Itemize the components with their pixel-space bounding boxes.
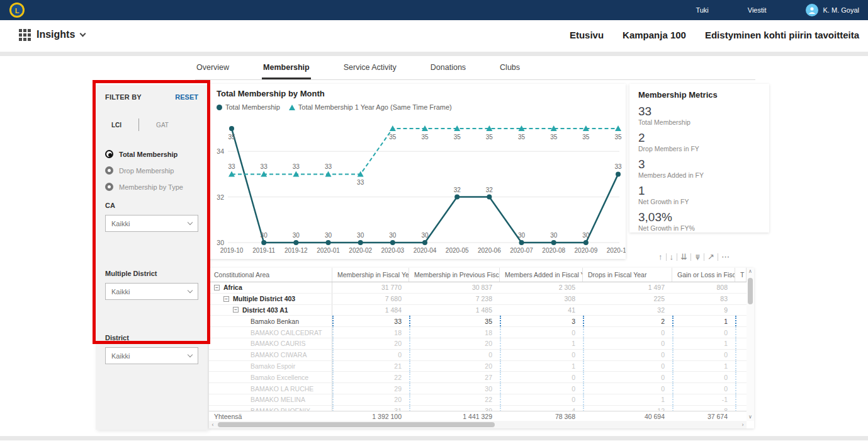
user-menu[interactable]: K. M. Goyal [806, 4, 859, 16]
row-value-cell: 1 [500, 338, 583, 349]
radio-drop-membership[interactable]: Drop Membership [105, 166, 198, 175]
app-nav-kampanja-100[interactable]: Kampanja 100 [623, 30, 686, 40]
row-value-cell: 0 [500, 394, 583, 405]
column-header-gain-or-loss-in-fiscal-year[interactable]: Gain or Loss in Fiscal Year [672, 268, 735, 282]
toggle-gat[interactable]: GAT [156, 122, 169, 129]
metric-label: Members Added in FY [638, 171, 760, 180]
dropdown-label: District [105, 334, 198, 342]
svg-text:32: 32 [486, 187, 493, 193]
chart-title: Total Membership by Month [217, 89, 626, 98]
column-header-members-added-in-fiscal-year[interactable]: Members Added in Fiscal Year [500, 268, 583, 282]
topnav-viestit[interactable]: Viestit [748, 6, 767, 14]
svg-text:33: 33 [614, 163, 622, 170]
app-nav-etusivu[interactable]: Etusivu [570, 30, 604, 40]
table-visual-toolbar: ↑↓⇊⋔↗⋯ [658, 251, 730, 263]
table-row-bamako-melina[interactable]: BAMAKO MELINA202201-1 [209, 394, 754, 406]
row-value-cell: 20 [332, 394, 409, 405]
tab-membership[interactable]: Membership [262, 60, 311, 79]
metric-label: Net Growth in FY [638, 198, 760, 206]
row-value-cell: 0 [332, 350, 409, 360]
scroll-up-icon[interactable]: ∧ [747, 268, 754, 275]
tab-overview[interactable]: Overview [195, 60, 230, 79]
radio-total-membership[interactable]: Total Membership [105, 150, 198, 158]
drill-down-icon[interactable]: ↓ [670, 251, 674, 263]
row-value-cell: 1 [672, 338, 735, 349]
scroll-down-icon[interactable]: ∨ [747, 413, 754, 421]
table-row-bamako-excellence[interactable]: Bamako Excellence2227000 [209, 372, 754, 383]
app-nav-edistyminen-kohti-piirin-tavoitteita[interactable]: Edistyminen kohti piirin tavoitteita [705, 30, 859, 40]
drill-hierarchy-icon[interactable]: ⋔ [694, 251, 701, 263]
svg-text:2020-03: 2020-03 [381, 247, 404, 254]
svg-text:2019-12: 2019-12 [285, 247, 308, 254]
table-row-bamako-cailcedrat[interactable]: BAMAKO CAILCEDRAT1818000 [209, 327, 754, 338]
table-row-bamako-la-ruche[interactable]: BAMAKO LA RUCHE2930000 [209, 383, 754, 394]
total-value-cell: 1 441 329 [409, 411, 500, 421]
vertical-scroll-thumb[interactable] [748, 278, 753, 304]
toggle-lci[interactable]: LCI [111, 122, 121, 129]
table-row-district-403-a1[interactable]: −District 403 A11 4841 48541329 [209, 305, 754, 316]
table-row-bamako-ciwara[interactable]: BAMAKO CIWARA00000 [209, 350, 754, 361]
row-value-cell: 0 [583, 338, 672, 349]
table-row-africa[interactable]: −Africa31 77030 8372 3051 497808 [209, 282, 754, 294]
row-value-cell: 7 238 [409, 294, 500, 304]
scroll-right-icon[interactable]: › [739, 422, 747, 428]
table-row-bamako-espoir[interactable]: Bamako Espoir2120101 [209, 361, 754, 372]
membership-radio-group: Total MembershipDrop MembershipMembershi… [105, 150, 198, 191]
column-header-constitutional-area[interactable]: Constitutional Area [209, 268, 332, 282]
metric-value: 2 [638, 131, 760, 145]
collapse-expander-icon[interactable]: − [223, 296, 229, 302]
row-value-cell: 2 [583, 316, 672, 326]
collapse-expander-icon[interactable]: − [214, 285, 220, 290]
more-options-icon[interactable]: ⋯ [721, 251, 730, 263]
row-value-cell: 21 [332, 361, 409, 372]
column-header-t[interactable]: T [735, 268, 747, 282]
svg-text:2020-02: 2020-02 [349, 247, 372, 254]
scroll-left-icon[interactable]: ‹ [209, 422, 217, 428]
tab-clubs[interactable]: Clubs [499, 60, 521, 79]
radio-icon [105, 150, 113, 158]
svg-text:30: 30 [357, 232, 364, 239]
chevron-down-icon [80, 30, 86, 37]
row-value-cell: 1 497 [583, 282, 672, 293]
svg-text:30: 30 [293, 232, 300, 239]
row-value-cell: 20 [332, 338, 409, 349]
expand-all-icon[interactable]: ⇊ [680, 251, 687, 263]
row-value-cell: 0 [672, 383, 735, 394]
top-divider-strip [0, 52, 868, 56]
dropdown-value: Kaikki [111, 288, 130, 296]
row-value-cell: 1 [672, 316, 735, 326]
table-row-multiple-district-403[interactable]: −Multiple District 4037 6807 23830822583 [209, 294, 754, 305]
column-header-drops-in-fiscal-year[interactable]: Drops in Fiscal Year [583, 268, 672, 282]
column-header-membership-in-previous-fiscal-year[interactable]: Membership in Previous Fiscal Year [409, 268, 500, 282]
svg-text:33: 33 [228, 163, 235, 170]
drill-up-icon[interactable]: ↑ [658, 251, 663, 263]
table-row-bamako-benkan[interactable]: Bamako Benkan3335321 [209, 316, 754, 327]
tab-donations[interactable]: Donations [429, 60, 467, 79]
svg-text:35: 35 [550, 134, 558, 141]
row-value-cell: 1 [672, 361, 735, 372]
dropdown-value: Kaikki [111, 352, 130, 360]
vertical-scrollbar[interactable]: ∧ ∨ [747, 268, 754, 421]
reset-button[interactable]: RESET [175, 93, 198, 101]
radio-icon [105, 183, 113, 191]
tab-service-activity[interactable]: Service Activity [342, 60, 398, 79]
app-menu-button[interactable]: Insights [19, 29, 85, 41]
radio-membership-by-type[interactable]: Membership by Type [105, 183, 198, 191]
row-value-cell: 9 [672, 305, 735, 316]
horizontal-scrollbar[interactable]: ‹ › [209, 421, 747, 428]
row-name: BAMAKO CAILCEDRAT [251, 329, 322, 336]
collapse-expander-icon[interactable]: − [233, 307, 239, 313]
column-header-membership-in-fiscal-year[interactable]: Membership in Fiscal Year [332, 268, 409, 282]
svg-text:35: 35 [228, 134, 235, 141]
dropdown-district[interactable]: Kaikki [105, 347, 198, 364]
dropdown-multiple-district[interactable]: Kaikki [105, 283, 198, 300]
table-row-bamako-cauris[interactable]: BAMAKO CAURIS2020101 [209, 338, 754, 350]
dropdown-ca[interactable]: Kaikki [105, 215, 198, 232]
total-membership-line-chart[interactable]: 3032342019-102019-112019-122020-012020-0… [209, 113, 626, 260]
horizontal-scroll-thumb[interactable] [218, 422, 495, 427]
row-value-cell: 1 [500, 361, 583, 372]
total-value-cell: 40 694 [583, 411, 672, 421]
focus-mode-icon[interactable]: ↗ [707, 251, 714, 263]
chevron-down-icon [188, 220, 193, 225]
topnav-tuki[interactable]: Tuki [696, 6, 708, 14]
